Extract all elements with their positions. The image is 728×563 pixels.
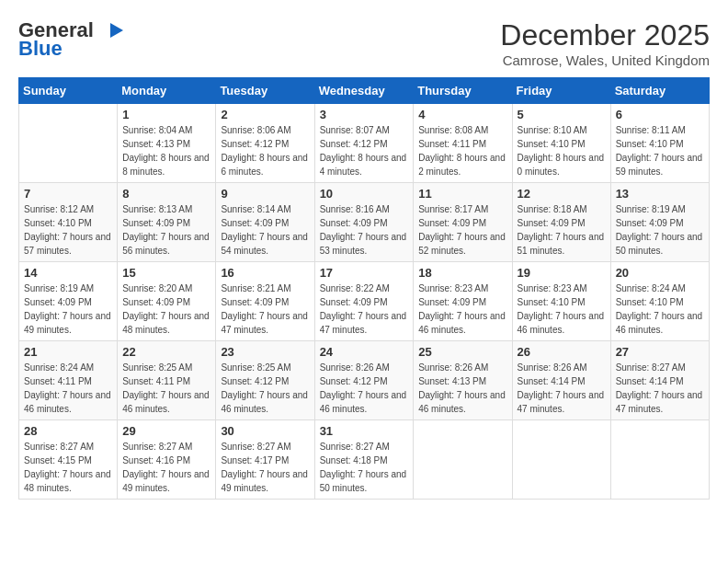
day-info: Sunrise: 8:10 AMSunset: 4:10 PMDaylight:… [518,123,606,178]
calendar-cell: 17Sunrise: 8:22 AMSunset: 4:09 PMDayligh… [314,262,414,341]
day-info: Sunrise: 8:11 AMSunset: 4:10 PMDaylight:… [616,123,704,178]
day-info: Sunrise: 8:18 AMSunset: 4:09 PMDaylight:… [518,202,606,258]
calendar-cell: 25Sunrise: 8:26 AMSunset: 4:13 PMDayligh… [414,341,512,420]
day-info: Sunrise: 8:24 AMSunset: 4:11 PMDaylight:… [24,361,112,416]
day-number: 24 [320,345,409,359]
weekday-header-saturday: Saturday [610,78,709,104]
day-info: Sunrise: 8:20 AMSunset: 4:09 PMDaylight:… [122,282,210,337]
calendar-week-row: 28Sunrise: 8:27 AMSunset: 4:15 PMDayligh… [19,420,710,500]
day-number: 20 [616,266,704,280]
day-info: Sunrise: 8:25 AMSunset: 4:11 PMDaylight:… [122,361,210,416]
day-info: Sunrise: 8:17 AMSunset: 4:09 PMDaylight:… [418,202,506,258]
day-number: 3 [320,108,409,121]
calendar-cell: 29Sunrise: 8:27 AMSunset: 4:16 PMDayligh… [118,420,216,500]
day-number: 9 [221,187,309,201]
day-number: 28 [24,424,112,438]
calendar-week-row: 21Sunrise: 8:24 AMSunset: 4:11 PMDayligh… [19,341,710,420]
weekday-header-thursday: Thursday [414,78,512,104]
calendar-cell: 8Sunrise: 8:13 AMSunset: 4:09 PMDaylight… [118,183,216,262]
day-info: Sunrise: 8:14 AMSunset: 4:09 PMDaylight:… [221,202,309,258]
day-info: Sunrise: 8:22 AMSunset: 4:09 PMDaylight:… [320,282,409,337]
day-number: 21 [24,345,112,359]
day-number: 29 [122,424,210,438]
day-info: Sunrise: 8:06 AMSunset: 4:12 PMDaylight:… [221,123,309,178]
calendar-cell: 28Sunrise: 8:27 AMSunset: 4:15 PMDayligh… [19,420,118,500]
location-subtitle: Camrose, Wales, United Kingdom [500,52,710,68]
calendar-cell: 5Sunrise: 8:10 AMSunset: 4:10 PMDaylight… [512,104,610,183]
day-info: Sunrise: 8:25 AMSunset: 4:12 PMDaylight:… [221,361,309,416]
calendar-cell: 4Sunrise: 8:08 AMSunset: 4:11 PMDaylight… [414,104,512,183]
day-number: 19 [518,266,606,280]
day-info: Sunrise: 8:04 AMSunset: 4:13 PMDaylight:… [122,123,210,178]
day-number: 18 [418,266,506,280]
logo-flag-icon [97,21,123,40]
calendar-cell: 23Sunrise: 8:25 AMSunset: 4:12 PMDayligh… [216,341,314,420]
day-number: 14 [24,266,112,280]
calendar-cell [512,420,610,500]
page-header: General Blue December 2025 Camrose, Wale… [18,18,710,68]
calendar-cell: 6Sunrise: 8:11 AMSunset: 4:10 PMDaylight… [610,104,709,183]
day-number: 5 [518,108,606,121]
calendar-cell: 21Sunrise: 8:24 AMSunset: 4:11 PMDayligh… [19,341,118,420]
calendar-cell: 16Sunrise: 8:21 AMSunset: 4:09 PMDayligh… [216,262,314,341]
day-number: 7 [24,187,112,201]
day-info: Sunrise: 8:27 AMSunset: 4:15 PMDaylight:… [24,440,112,495]
day-info: Sunrise: 8:27 AMSunset: 4:14 PMDaylight:… [616,361,704,416]
day-info: Sunrise: 8:26 AMSunset: 4:12 PMDaylight:… [320,361,409,416]
calendar-cell: 11Sunrise: 8:17 AMSunset: 4:09 PMDayligh… [414,183,512,262]
weekday-header-friday: Friday [512,78,610,104]
day-number: 16 [221,266,309,280]
day-number: 10 [320,187,409,201]
day-number: 31 [320,424,409,438]
day-number: 6 [616,108,704,121]
day-info: Sunrise: 8:26 AMSunset: 4:14 PMDaylight:… [518,361,606,416]
day-number: 2 [221,108,309,121]
calendar-week-row: 1Sunrise: 8:04 AMSunset: 4:13 PMDaylight… [19,104,710,183]
day-info: Sunrise: 8:27 AMSunset: 4:17 PMDaylight:… [221,440,309,495]
calendar-cell: 9Sunrise: 8:14 AMSunset: 4:09 PMDaylight… [216,183,314,262]
calendar-cell: 24Sunrise: 8:26 AMSunset: 4:12 PMDayligh… [314,341,414,420]
calendar-cell: 19Sunrise: 8:23 AMSunset: 4:10 PMDayligh… [512,262,610,341]
calendar-cell: 30Sunrise: 8:27 AMSunset: 4:17 PMDayligh… [216,420,314,500]
calendar-cell: 12Sunrise: 8:18 AMSunset: 4:09 PMDayligh… [512,183,610,262]
day-number: 26 [518,345,606,359]
day-info: Sunrise: 8:08 AMSunset: 4:11 PMDaylight:… [418,123,506,178]
calendar-cell [414,420,512,500]
day-number: 27 [616,345,704,359]
day-info: Sunrise: 8:21 AMSunset: 4:09 PMDaylight:… [221,282,309,337]
day-number: 4 [418,108,506,121]
logo: General Blue [18,18,123,61]
calendar-cell: 7Sunrise: 8:12 AMSunset: 4:10 PMDaylight… [19,183,118,262]
day-info: Sunrise: 8:12 AMSunset: 4:10 PMDaylight:… [24,202,112,258]
day-number: 13 [616,187,704,201]
day-number: 23 [221,345,309,359]
logo-blue-text: Blue [18,37,63,61]
calendar-cell: 18Sunrise: 8:23 AMSunset: 4:09 PMDayligh… [414,262,512,341]
calendar-cell: 1Sunrise: 8:04 AMSunset: 4:13 PMDaylight… [118,104,216,183]
day-info: Sunrise: 8:16 AMSunset: 4:09 PMDaylight:… [320,202,409,258]
month-title: December 2025 [500,18,710,52]
day-info: Sunrise: 8:26 AMSunset: 4:13 PMDaylight:… [418,361,506,416]
day-info: Sunrise: 8:23 AMSunset: 4:10 PMDaylight:… [518,282,606,337]
calendar-cell: 10Sunrise: 8:16 AMSunset: 4:09 PMDayligh… [314,183,414,262]
day-info: Sunrise: 8:27 AMSunset: 4:16 PMDaylight:… [122,440,210,495]
day-number: 17 [320,266,409,280]
day-info: Sunrise: 8:19 AMSunset: 4:09 PMDaylight:… [616,202,704,258]
calendar-cell [610,420,709,500]
day-info: Sunrise: 8:24 AMSunset: 4:10 PMDaylight:… [616,282,704,337]
calendar-week-row: 14Sunrise: 8:19 AMSunset: 4:09 PMDayligh… [19,262,710,341]
calendar-table: SundayMondayTuesdayWednesdayThursdayFrid… [18,77,710,500]
day-info: Sunrise: 8:13 AMSunset: 4:09 PMDaylight:… [122,202,210,258]
day-number: 12 [518,187,606,201]
weekday-header-row: SundayMondayTuesdayWednesdayThursdayFrid… [19,78,710,104]
weekday-header-wednesday: Wednesday [314,78,414,104]
calendar-cell: 3Sunrise: 8:07 AMSunset: 4:12 PMDaylight… [314,104,414,183]
calendar-cell: 2Sunrise: 8:06 AMSunset: 4:12 PMDaylight… [216,104,314,183]
calendar-cell: 20Sunrise: 8:24 AMSunset: 4:10 PMDayligh… [610,262,709,341]
day-info: Sunrise: 8:23 AMSunset: 4:09 PMDaylight:… [418,282,506,337]
calendar-cell: 31Sunrise: 8:27 AMSunset: 4:18 PMDayligh… [314,420,414,500]
calendar-cell: 15Sunrise: 8:20 AMSunset: 4:09 PMDayligh… [118,262,216,341]
calendar-cell: 26Sunrise: 8:26 AMSunset: 4:14 PMDayligh… [512,341,610,420]
day-number: 1 [122,108,210,121]
weekday-header-monday: Monday [118,78,216,104]
